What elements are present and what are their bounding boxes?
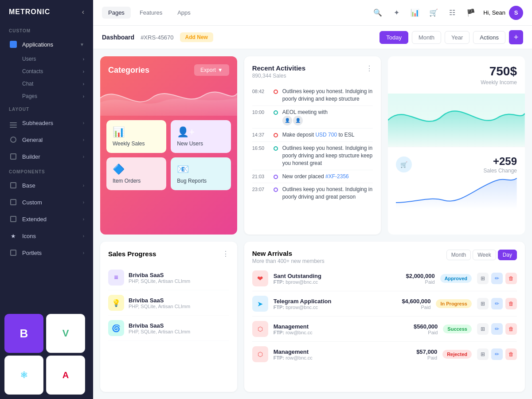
bug-reports-label: Bug Reports <box>177 178 224 184</box>
topnav: Pages Features Apps 🔍 ✦ 📊 🛒 ☷ 🏴 Hi, Sean… <box>93 0 532 26</box>
activity-text: Outlines keep you honest. Indulging in p… <box>282 88 373 103</box>
copy-icon[interactable]: ⊞ <box>477 273 489 284</box>
sidebar-item-extended[interactable]: Extended › <box>0 211 93 227</box>
extended-label: Extended <box>22 216 83 223</box>
sidebar-item-contacts[interactable]: Contacts › <box>0 65 93 78</box>
weekly-sales-icon: 📊 <box>113 126 160 138</box>
period-month[interactable]: Month <box>446 250 471 260</box>
activity-item: 23:07 Outlines keep you honest. Indulgin… <box>252 183 373 203</box>
sidebar-item-pages[interactable]: Pages › <box>0 90 93 102</box>
subheader: Dashboard #XRS-45670 Add New Today Month… <box>93 26 532 49</box>
edit-icon[interactable]: ✏ <box>491 348 503 360</box>
category-item-orders[interactable]: 🔷 Item Orders <box>106 157 166 190</box>
category-bug-reports[interactable]: 📧 Bug Reports <box>171 157 231 190</box>
new-arrivals-card: New Arrivals More than 400+ new members … <box>244 242 525 392</box>
main-area: Pages Features Apps 🔍 ✦ 📊 🛒 ☷ 🏴 Hi, Sean… <box>93 0 532 399</box>
arrival-paid: Paid <box>398 330 438 335</box>
status-badge: Rejected <box>442 350 472 359</box>
cart-icon[interactable]: 🛒 <box>427 7 440 19</box>
copy-icon[interactable]: ⊞ <box>477 323 489 335</box>
flag-icon[interactable]: 🏴 <box>465 7 477 19</box>
chevron-right-icon: › <box>83 234 84 239</box>
copy-icon[interactable]: ⊞ <box>477 298 489 309</box>
sidebar-item-custom[interactable]: Custom › <box>0 194 93 211</box>
delete-icon[interactable]: 🗑 <box>505 298 517 309</box>
activity-time: 23:07 <box>252 187 269 192</box>
arrival-logo: ⬡ <box>252 321 268 337</box>
sidebar-item-general[interactable]: General › <box>0 131 93 148</box>
delete-icon[interactable]: 🗑 <box>505 348 517 360</box>
sidebar-item-base[interactable]: Base › <box>0 177 93 194</box>
period-day[interactable]: Day <box>498 250 517 260</box>
sales-icon: 🛒 <box>396 156 412 172</box>
activity-dot <box>274 90 278 94</box>
today-button[interactable]: Today <box>379 31 408 44</box>
progress-logo: 🌀 <box>108 320 124 336</box>
bootstrap-logo: B <box>4 314 43 353</box>
activity-text: AEOL meeting with 👤 👤 <box>282 109 373 126</box>
arrival-ftp: FTP: row@bnc.cc <box>274 330 393 335</box>
users-label: Users <box>22 56 36 62</box>
period-week[interactable]: Week <box>473 250 496 260</box>
grid-icon[interactable]: ☷ <box>446 7 458 19</box>
actions-button[interactable]: Actions <box>473 31 505 44</box>
delete-icon[interactable]: 🗑 <box>505 273 517 284</box>
chevron-right-icon: › <box>83 82 84 86</box>
tab-features[interactable]: Features <box>133 7 168 19</box>
progress-dots-menu[interactable]: ⋮ <box>222 250 229 258</box>
sales-change-amount: +259 <box>484 155 517 168</box>
progress-name: Briviba SaaS <box>129 322 229 329</box>
arrival-price: $560,000 <box>398 323 438 330</box>
add-button[interactable]: + <box>509 30 523 44</box>
month-button[interactable]: Month <box>412 31 441 44</box>
status-badge: Success <box>443 325 472 333</box>
section-label-custom: CUSTOM <box>0 24 93 36</box>
arrival-row: ⬡ Management FTP: row@bnc.cc $560,000 Pa… <box>252 317 517 342</box>
activity-dot <box>274 188 278 192</box>
collapse-button[interactable]: ‹ <box>82 8 84 16</box>
export-button[interactable]: Export ▼ <box>194 64 229 76</box>
sidebar-item-portlets[interactable]: Portlets › <box>0 244 93 261</box>
category-new-users[interactable]: 👤+ New Users <box>171 120 231 153</box>
tab-pages[interactable]: Pages <box>102 7 131 19</box>
sidebar-item-builder[interactable]: Builder › <box>0 148 93 165</box>
edit-icon[interactable]: ✏ <box>491 298 503 309</box>
chevron-down-icon: ▼ <box>80 42 84 47</box>
chart-icon[interactable]: 📊 <box>409 7 421 19</box>
sidebar-item-subheaders[interactable]: Subheaders › <box>0 114 93 131</box>
new-users-label: New Users <box>177 141 224 147</box>
chevron-right-icon: › <box>83 57 84 62</box>
copy-icon[interactable]: ⊞ <box>477 348 489 360</box>
action-icons: ⊞ ✏ 🗑 <box>477 323 517 335</box>
progress-name: Briviba SaaS <box>129 272 229 278</box>
arrival-name: Management <box>274 323 393 330</box>
activity-text: New order placed #XF-2356 <box>282 173 373 180</box>
chevron-right-icon: › <box>83 250 84 255</box>
chevron-right-icon: › <box>83 217 84 222</box>
tab-apps[interactable]: Apps <box>171 7 197 19</box>
progress-sub: PHP, SQLite, Artisan CLImm <box>129 278 229 284</box>
progress-sub: PHP, SQLite, Artisan CLImm <box>129 304 229 309</box>
year-button[interactable]: Year <box>445 31 469 44</box>
category-weekly-sales[interactable]: 📊 Weekly Sales <box>106 120 166 153</box>
user-avatar[interactable]: S <box>509 6 523 20</box>
base-label: Base <box>22 182 83 189</box>
add-new-button[interactable]: Add New <box>180 32 213 42</box>
progress-info: Briviba SaaS PHP, SQLite, Artisan CLImm <box>129 272 229 284</box>
edit-icon[interactable]: ✏ <box>491 273 503 284</box>
delete-icon[interactable]: 🗑 <box>505 323 517 335</box>
categories-title: Categories <box>108 66 149 75</box>
sidebar-item-chat[interactable]: Chat › <box>0 78 93 90</box>
dots-menu[interactable]: ⋮ <box>366 64 373 73</box>
activity-time: 08:42 <box>252 89 269 94</box>
sidebar-item-icons[interactable]: ★ Icons › <box>0 227 93 244</box>
sidebar: METRONIC ‹ CUSTOM Applications ▼ Users ›… <box>0 0 93 399</box>
search-icon[interactable]: 🔍 <box>372 7 384 19</box>
activity-time: 14:37 <box>252 132 269 137</box>
connect-icon[interactable]: ✦ <box>390 7 403 19</box>
sidebar-item-users[interactable]: Users › <box>0 53 93 65</box>
sidebar-item-applications[interactable]: Applications ▼ <box>0 36 93 53</box>
progress-logo: 💡 <box>108 295 124 311</box>
icons-label: Icons <box>22 233 83 239</box>
edit-icon[interactable]: ✏ <box>491 323 503 335</box>
